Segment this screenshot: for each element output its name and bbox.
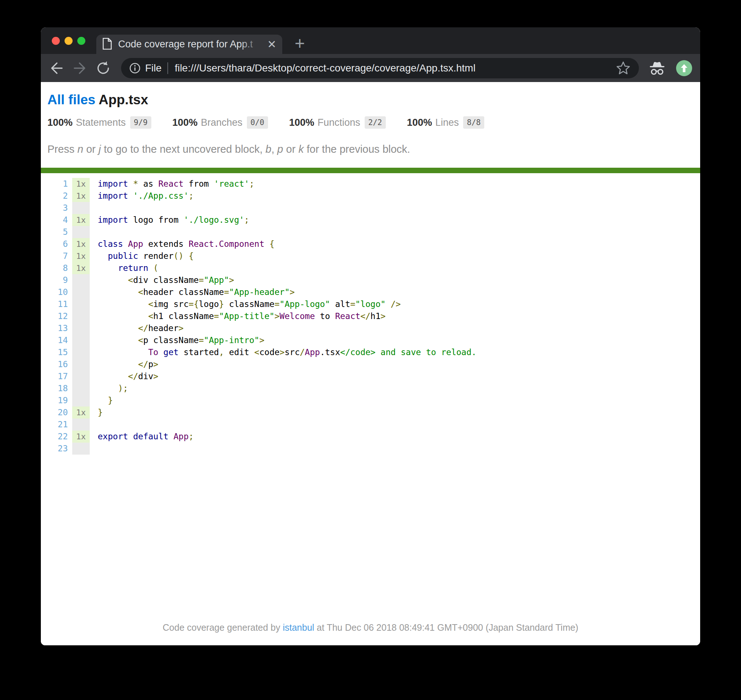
code-token: > — [153, 372, 158, 381]
line-hit-count — [72, 286, 90, 298]
coverage-report-page: All files App.tsx 100%Statements9/9100%B… — [41, 82, 700, 645]
code-token: > — [290, 287, 295, 297]
code-token: alt — [330, 299, 350, 309]
code-token: / — [300, 347, 305, 357]
reload-button[interactable] — [96, 60, 111, 76]
code-line-row: 71x public render() { — [47, 250, 700, 262]
code-token: div — [138, 372, 153, 381]
window-controls — [52, 27, 85, 54]
code-token — [148, 263, 153, 273]
code-token: ( — [153, 263, 158, 273]
code-line-row: 201x} — [47, 406, 700, 419]
code-line-source — [90, 443, 98, 454]
code-token: "App-intro" — [204, 335, 259, 345]
incognito-icon — [648, 60, 667, 76]
browser-update-button[interactable] — [676, 60, 692, 76]
code-token: 'react' — [214, 179, 249, 188]
code-token: </ — [360, 311, 370, 321]
browser-toolbar: File file:///Users/thara/Desktop/correct… — [41, 54, 700, 82]
code-token: * — [133, 179, 138, 188]
code-token: .tsx — [320, 347, 340, 357]
new-tab-button[interactable]: + — [295, 35, 305, 52]
code-line-source: return ( — [90, 262, 158, 274]
code-line-source: } — [90, 394, 113, 406]
metric-percentage: 100% — [289, 117, 314, 128]
line-hit-count — [72, 298, 90, 310]
code-token: = — [350, 299, 355, 309]
code-token: </code> and save to reload. — [340, 347, 477, 357]
metric-percentage: 100% — [47, 117, 72, 128]
code-token — [98, 372, 128, 381]
line-hit-count — [72, 419, 90, 431]
line-number: 3 — [47, 202, 72, 214]
code-line-row: 18 ); — [47, 382, 700, 394]
line-hit-count: 1x — [72, 250, 90, 262]
zoom-window-button[interactable] — [77, 37, 85, 45]
code-token — [158, 347, 164, 357]
address-bar[interactable]: File file:///Users/thara/Desktop/correct… — [121, 58, 639, 78]
metric-fraction-badge: 8/8 — [463, 116, 484, 129]
code-token: return — [118, 263, 148, 273]
code-token: React — [158, 179, 183, 188]
hint-text: or — [83, 143, 99, 155]
line-hit-count: 1x — [72, 238, 90, 250]
line-number: 15 — [47, 346, 72, 358]
hint-text: or — [283, 143, 299, 155]
code-line-source: <img src={logo} className="App-logo" alt… — [90, 298, 401, 310]
code-token: p className — [143, 335, 199, 345]
line-hit-count: 1x — [72, 190, 90, 202]
code-line-source: export default App; — [90, 431, 194, 443]
line-hit-count: 1x — [72, 178, 90, 190]
code-token: } — [108, 396, 113, 405]
code-token: { — [270, 239, 275, 249]
minimize-window-button[interactable] — [65, 37, 72, 45]
coverage-metrics: 100%Statements9/9100%Branches0/0100%Func… — [47, 116, 693, 129]
line-number: 13 — [47, 322, 72, 334]
code-token — [98, 335, 138, 345]
code-line-source: <header className="App-header"> — [90, 286, 295, 298]
code-token: img src — [153, 299, 189, 309]
code-line-row: 11ximport * as React from 'react'; — [47, 178, 700, 190]
code-token: render — [138, 251, 174, 261]
breadcrumb-all-files-link[interactable]: All files — [47, 92, 96, 107]
hint-text: for the previous block. — [304, 143, 410, 155]
metric-percentage: 100% — [407, 117, 432, 128]
code-token — [128, 432, 133, 441]
code-line-source: <div className="App"> — [90, 274, 234, 286]
tab-strip: Code coverage report for App.t ✕ + — [41, 27, 700, 54]
line-hit-count: 1x — [72, 262, 90, 274]
back-button[interactable] — [49, 60, 64, 76]
code-token: logo — [199, 299, 219, 309]
code-line-source: public render() { — [90, 250, 194, 262]
code-token: header className — [143, 287, 224, 297]
line-number: 18 — [47, 382, 72, 394]
code-line-source — [90, 202, 98, 214]
site-info-icon[interactable] — [129, 62, 141, 74]
line-hit-count — [72, 226, 90, 238]
code-token: < — [148, 311, 153, 321]
tab-close-icon[interactable]: ✕ — [267, 39, 276, 50]
line-number: 14 — [47, 334, 72, 346]
code-token: () — [174, 251, 184, 261]
code-token: > — [179, 324, 184, 333]
line-number: 8 — [47, 262, 72, 274]
hint-key: b — [265, 143, 271, 155]
code-token: h1 — [370, 311, 381, 321]
line-hit-count — [72, 443, 90, 454]
istanbul-link[interactable]: istanbul — [283, 622, 314, 632]
browser-tab[interactable]: Code coverage report for App.t ✕ — [96, 35, 282, 54]
code-line-row: 3 — [47, 202, 700, 214]
code-line-source: ); — [90, 382, 128, 394]
bookmark-star-icon[interactable] — [616, 60, 631, 76]
code-token — [98, 384, 118, 393]
code-token: = — [224, 287, 229, 297]
close-window-button[interactable] — [52, 37, 60, 45]
url-text[interactable]: file:///Users/thara/Desktop/correct-cove… — [175, 62, 611, 74]
code-token — [98, 251, 108, 261]
code-line-row: 14 <p className="App-intro"> — [47, 334, 700, 346]
metric-branches: 100%Branches0/0 — [172, 116, 268, 129]
forward-button[interactable] — [72, 60, 87, 76]
code-token: './App.css' — [133, 191, 189, 200]
code-line-row: 21 — [47, 419, 700, 431]
code-token — [183, 251, 189, 261]
